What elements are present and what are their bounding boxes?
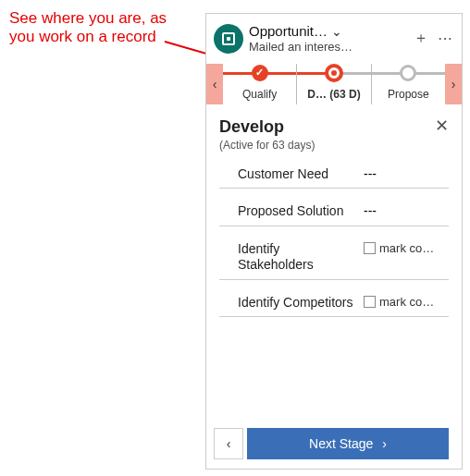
- field-customer-need[interactable]: Customer Need ---: [219, 152, 449, 189]
- panel: Opportunit… ⌄ Mailed an interes… ＋ ⋯ ‹ Q…: [205, 13, 463, 470]
- header: Opportunit… ⌄ Mailed an interes… ＋ ⋯: [206, 14, 462, 64]
- next-stage-label: Next Stage: [309, 436, 373, 451]
- stage-node-develop[interactable]: [325, 64, 343, 82]
- stage-detail: Develop (Active for 63 days) ✕ Customer …: [206, 104, 462, 327]
- header-text: Opportunit… ⌄ Mailed an interes…: [249, 23, 408, 55]
- more-button[interactable]: ⋯: [438, 30, 452, 47]
- add-button[interactable]: ＋: [414, 29, 428, 48]
- footer: ‹ Next Stage ›: [214, 428, 449, 459]
- field-value[interactable]: ---: [364, 166, 449, 181]
- stage-node-propose[interactable]: [400, 65, 416, 81]
- record-type-icon: [214, 24, 243, 54]
- close-icon[interactable]: ✕: [435, 117, 449, 134]
- field-label: Customer Need: [238, 166, 356, 183]
- checkbox[interactable]: [364, 242, 376, 254]
- stage-prev-button[interactable]: ‹: [206, 64, 223, 104]
- stage-bar: ‹ Qualify D… (63 D) Propose ›: [206, 64, 462, 104]
- stage-subtitle: (Active for 63 days): [219, 139, 315, 152]
- next-stage-button[interactable]: Next Stage ›: [247, 428, 449, 459]
- header-title: Opportunit…: [249, 23, 328, 40]
- header-subtitle: Mailed an interes…: [249, 40, 408, 55]
- chevron-down-icon[interactable]: ⌄: [331, 24, 342, 40]
- field-label: Identify Competitors: [238, 295, 356, 311]
- field-identify-competitors[interactable]: Identify Competitors mark co…: [219, 280, 449, 318]
- field-label: Proposed Solution: [238, 203, 356, 220]
- prev-stage-button[interactable]: ‹: [214, 428, 243, 459]
- field-label: Identify Stakeholders: [238, 241, 356, 274]
- stage-next-button[interactable]: ›: [445, 64, 462, 104]
- stage-title: Develop: [219, 117, 315, 137]
- checkbox[interactable]: [364, 296, 376, 308]
- field-proposed-solution[interactable]: Proposed Solution ---: [219, 189, 449, 226]
- field-value[interactable]: ---: [364, 203, 449, 218]
- stage-node-qualify[interactable]: [252, 65, 268, 81]
- annotation-text: See where you are, as you work on a reco…: [9, 9, 194, 47]
- chevron-right-icon: ›: [382, 436, 387, 451]
- field-identify-stakeholders[interactable]: Identify Stakeholders mark co…: [219, 226, 449, 280]
- checkbox-label: mark co…: [379, 295, 434, 309]
- checkbox-label: mark co…: [379, 241, 434, 255]
